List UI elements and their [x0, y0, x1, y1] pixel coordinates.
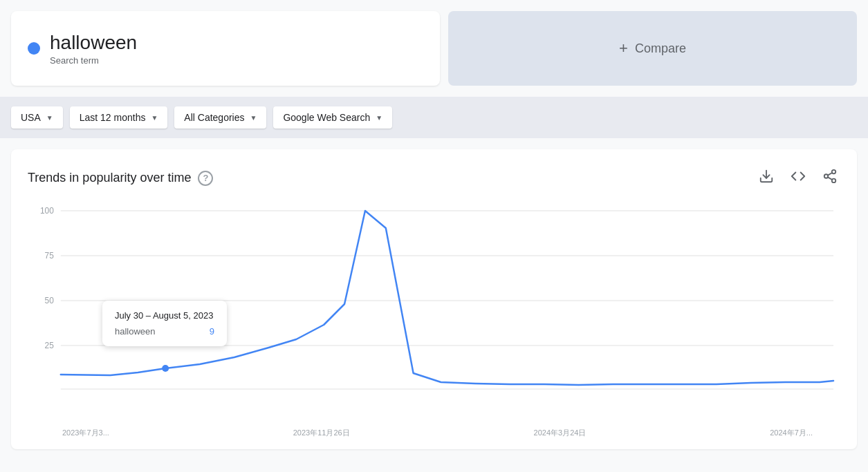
tooltip-row: halloween 9 [115, 326, 214, 337]
svg-line-4 [828, 177, 832, 180]
tooltip: July 30 – August 5, 2023 halloween 9 [102, 301, 227, 346]
filter-country-label: USA [21, 112, 41, 123]
filter-country[interactable]: USA ▼ [11, 106, 63, 129]
filter-search-type[interactable]: Google Web Search ▼ [273, 106, 392, 129]
filter-category[interactable]: All Categories ▼ [174, 106, 266, 129]
chevron-down-icon: ▼ [151, 114, 158, 122]
chevron-down-icon: ▼ [250, 114, 257, 122]
term-dot [28, 42, 40, 55]
tooltip-dot [162, 365, 169, 372]
chart-section: Trends in popularity over time ? [11, 149, 857, 449]
top-section: halloween Search term + Compare [0, 0, 868, 97]
x-label-3: 2024年3月24日 [534, 428, 587, 438]
x-label-1: 2023年7月3... [62, 428, 109, 438]
svg-text:75: 75 [45, 251, 55, 261]
chart-container: 100 75 50 25 July 30 – August 5, 2023 ha… [28, 204, 840, 425]
tooltip-date: July 30 – August 5, 2023 [115, 310, 214, 321]
download-button[interactable] [756, 166, 777, 190]
svg-line-5 [828, 173, 832, 176]
term-type: Search term [50, 55, 137, 66]
x-label-4: 2024年7月... [770, 428, 813, 438]
filter-time-label: Last 12 months [80, 112, 146, 123]
term-info: halloween Search term [50, 31, 137, 66]
embed-button[interactable] [788, 166, 809, 190]
search-term-card: halloween Search term [11, 11, 440, 86]
compare-plus-icon: + [619, 39, 628, 57]
svg-text:50: 50 [45, 296, 55, 305]
filter-bar: USA ▼ Last 12 months ▼ All Categories ▼ … [0, 97, 868, 138]
chevron-down-icon: ▼ [46, 114, 53, 122]
x-axis-labels: 2023年7月3... 2023年11月26日 2024年3月24日 2024年… [28, 425, 840, 438]
share-button[interactable] [820, 166, 840, 190]
chart-title: Trends in popularity over time [28, 171, 191, 185]
svg-text:25: 25 [45, 341, 55, 350]
chart-header: Trends in popularity over time ? [28, 166, 840, 190]
compare-label: Compare [635, 41, 686, 56]
svg-text:100: 100 [40, 206, 54, 216]
filter-time[interactable]: Last 12 months ▼ [70, 106, 168, 129]
help-icon[interactable]: ? [198, 171, 213, 186]
chevron-down-icon: ▼ [376, 114, 382, 122]
filter-category-label: All Categories [184, 112, 244, 123]
tooltip-term: halloween [115, 326, 156, 337]
filter-search-type-label: Google Web Search [283, 112, 370, 123]
chart-title-row: Trends in popularity over time ? [28, 171, 213, 186]
chart-actions [756, 166, 840, 190]
compare-card[interactable]: + Compare [448, 11, 857, 86]
x-label-2: 2023年11月26日 [293, 428, 350, 438]
term-name: halloween [50, 31, 137, 55]
tooltip-value: 9 [210, 326, 214, 337]
